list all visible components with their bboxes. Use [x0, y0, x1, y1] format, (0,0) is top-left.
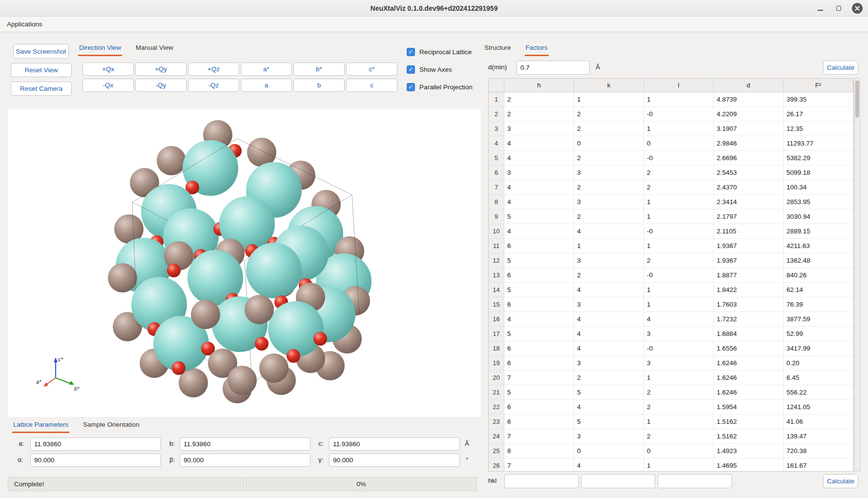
table-row[interactable]: 145411.842262.14 [489, 283, 853, 297]
hkl-k-input[interactable] [581, 474, 655, 488]
table-cell: 5 [504, 327, 574, 341]
checkbox-icon[interactable]: ✓ [407, 83, 415, 91]
table-row[interactable]: 267411.4695161.67 [489, 458, 853, 472]
table-cell: 4 [574, 224, 644, 239]
alpha-input[interactable] [30, 454, 161, 467]
table-cell: 2.3414 [714, 195, 784, 209]
table-scrollbar[interactable] [854, 78, 860, 472]
tab-manual-view[interactable]: Manual View [135, 42, 174, 56]
table-cell: 1 [644, 209, 714, 224]
table-cell: 5382.29 [784, 151, 853, 166]
checkbox-parallel-projection[interactable]: ✓Parallel Projection [407, 81, 473, 93]
row-number: 24 [489, 429, 504, 444]
table-row[interactable]: 164441.72323877.59 [489, 312, 853, 327]
reset-camera-button[interactable]: Reset Camera [11, 82, 72, 96]
table-row[interactable]: 247321.5162139.47 [489, 429, 853, 444]
table-row[interactable]: 74222.4370100.34 [489, 180, 853, 195]
table-row[interactable]: 207211.62466.45 [489, 371, 853, 385]
table-row[interactable]: 125321.93671362.48 [489, 253, 853, 268]
table-row[interactable]: 226421.59541241.05 [489, 400, 853, 415]
table-row[interactable]: 215521.6246556.22 [489, 385, 853, 400]
c-input[interactable] [329, 437, 460, 451]
tab-factors[interactable]: Factors [525, 42, 549, 56]
table-cell: 2 [574, 180, 644, 195]
table-cell: 7 [504, 371, 574, 385]
table-scrollbar-thumb[interactable] [855, 81, 859, 118]
header-f2[interactable]: F² [784, 79, 853, 92]
row-number: 21 [489, 385, 504, 400]
direction-button-+Qz[interactable]: +Qz [188, 62, 239, 76]
title-bar[interactable]: NeuXtalViz 0.1.0.dev96+d202412291959 [0, 0, 868, 17]
direction-button-+Qy[interactable]: +Qy [135, 62, 186, 76]
checkbox-reciprocal-lattice[interactable]: ✓Reciprocal Lattice [407, 46, 473, 58]
table-cell: 4 [574, 283, 644, 297]
table-row[interactable]: 542-02.66965382.29 [489, 151, 853, 166]
table-cell: -0 [644, 341, 714, 356]
tab-structure[interactable]: Structure [483, 42, 512, 56]
checkbox-show-axes[interactable]: ✓Show Axes [407, 63, 473, 75]
reset-view-button[interactable]: Reset View [11, 63, 72, 77]
table-cell: 5 [504, 385, 574, 400]
direction-button-bstar[interactable]: b* [293, 62, 345, 76]
table-cell: 399.35 [784, 92, 853, 107]
table-row[interactable]: 1362-01.8877840.26 [489, 268, 853, 283]
gamma-input[interactable] [329, 454, 460, 467]
header-h[interactable]: h [504, 79, 574, 92]
header-l[interactable]: l [644, 79, 714, 92]
table-cell: 2 [574, 107, 644, 122]
table-cell: 2 [504, 107, 574, 122]
direction-button-b[interactable]: b [293, 79, 345, 92]
header-d[interactable]: d [714, 79, 784, 92]
table-row[interactable]: 1044-02.11052889.15 [489, 224, 853, 239]
table-cell: 3877.59 [784, 312, 853, 327]
table-cell: 7 [504, 458, 574, 472]
table-cell: 5099.18 [784, 166, 853, 180]
hkl-l-input[interactable] [658, 474, 732, 488]
minimize-button[interactable] [814, 2, 826, 14]
table-row[interactable]: 196331.62460.20 [489, 356, 853, 371]
header-k[interactable]: k [574, 79, 644, 92]
table-row[interactable]: 44002.984611293.77 [489, 136, 853, 151]
direction-button-c[interactable]: c [346, 79, 397, 92]
dmin-input[interactable] [517, 61, 590, 75]
a-input[interactable] [30, 437, 161, 451]
table-row[interactable]: 84312.34142853.95 [489, 195, 853, 209]
progress-bar: 0% [246, 477, 477, 491]
save-screenshot-button[interactable]: Save Screenshot [13, 44, 69, 59]
menu-applications[interactable]: Applications [0, 21, 49, 28]
table-row[interactable]: 116111.93674211.63 [489, 239, 853, 253]
table-row[interactable]: 12114.8739399.35 [489, 92, 853, 107]
table-row[interactable]: 63322.54535099.18 [489, 166, 853, 180]
table-row[interactable]: 258001.4923720.38 [489, 444, 853, 458]
direction-button-+Qx[interactable]: +Qx [83, 62, 134, 76]
table-row[interactable]: 175431.688452.99 [489, 327, 853, 341]
table-cell: 8 [504, 444, 574, 458]
table-row[interactable]: 95212.17973030.94 [489, 209, 853, 224]
hkl-h-input[interactable] [504, 474, 579, 488]
direction-button-a[interactable]: a [241, 79, 292, 92]
table-row[interactable]: 222-04.220926.17 [489, 107, 853, 122]
direction-button--Qx[interactable]: -Qx [83, 79, 134, 92]
direction-button--Qz[interactable]: -Qz [188, 79, 239, 92]
table-row[interactable]: 236511.516241.06 [489, 415, 853, 429]
render-viewport[interactable]: c* b* a* [8, 109, 481, 417]
table-row[interactable]: 156311.760376.39 [489, 297, 853, 312]
table-row[interactable]: 33213.190712.35 [489, 122, 853, 136]
direction-button-astar[interactable]: a* [241, 62, 292, 76]
checkbox-icon[interactable]: ✓ [407, 65, 415, 74]
close-button[interactable] [851, 2, 863, 14]
table-cell: 1362.48 [784, 253, 853, 268]
direction-button--Qy[interactable]: -Qy [135, 79, 186, 92]
table-row[interactable]: 1864-01.65563417.99 [489, 341, 853, 356]
tab-direction-view[interactable]: Direction View [78, 42, 122, 56]
maximize-button[interactable] [833, 2, 845, 14]
tab-lattice-parameters[interactable]: Lattice Parameters [12, 419, 69, 433]
beta-input[interactable] [180, 454, 310, 467]
calculate-factors-button[interactable]: Calculate [823, 61, 858, 75]
direction-button-cstar[interactable]: c* [346, 62, 397, 76]
b-input[interactable] [180, 437, 310, 451]
calculate-hkl-button[interactable]: Calculate [823, 474, 858, 488]
checkbox-icon[interactable]: ✓ [407, 48, 415, 56]
tab-sample-orientation[interactable]: Sample Orientation [82, 419, 141, 433]
hkl-label: hkl [488, 477, 496, 484]
